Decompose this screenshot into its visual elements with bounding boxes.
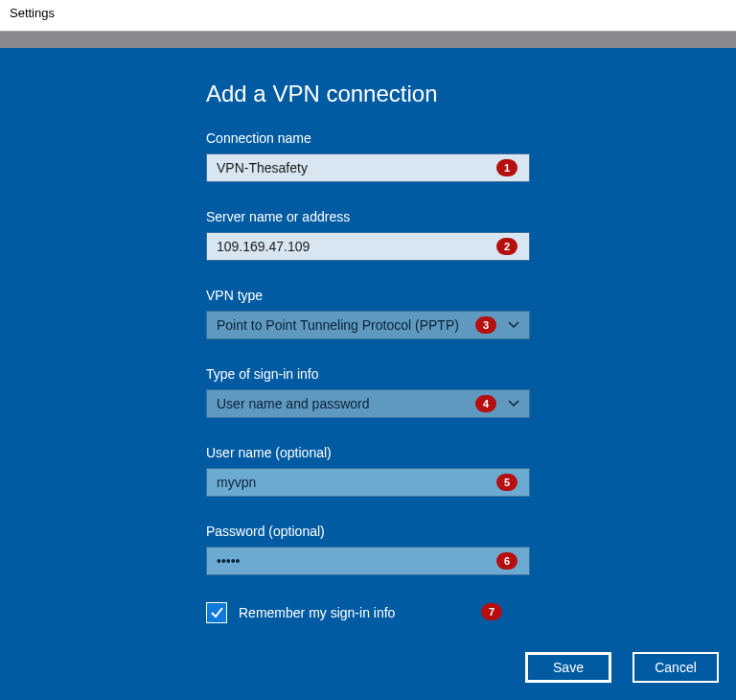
username-input[interactable]: myvpn 5: [206, 468, 530, 497]
password-input[interactable]: ••••• 6: [206, 547, 530, 575]
username-label: User name (optional): [206, 445, 530, 460]
save-button[interactable]: Save: [525, 652, 611, 683]
connection-name-label: Connection name: [206, 130, 530, 146]
signin-type-label: Type of sign-in info: [206, 366, 530, 382]
server-name-label: Server name or address: [206, 209, 530, 224]
chevron-down-icon: [508, 398, 519, 409]
server-name-field: Server name or address 109.169.47.109 2: [206, 209, 530, 261]
check-icon: [209, 605, 224, 620]
window-title: Settings: [0, 0, 736, 31]
callout-badge-7: 7: [481, 603, 502, 620]
remember-signin-row: Remember my sign-in info 7: [206, 602, 530, 623]
window-title-text: Settings: [10, 6, 55, 20]
username-value: myvpn: [217, 475, 256, 490]
server-name-value: 109.169.47.109: [217, 239, 310, 254]
cancel-button[interactable]: Cancel: [632, 652, 719, 683]
callout-badge-4: 4: [475, 395, 496, 412]
vpn-type-field: VPN type Point to Point Tunneling Protoc…: [206, 288, 530, 339]
vpn-type-select[interactable]: Point to Point Tunneling Protocol (PPTP)…: [206, 311, 530, 339]
remember-signin-checkbox[interactable]: [206, 602, 227, 623]
callout-badge-5: 5: [496, 474, 518, 491]
header-separator: [0, 31, 736, 48]
password-field: Password (optional) ••••• 6: [206, 524, 530, 575]
signin-type-select[interactable]: User name and password 4: [206, 389, 530, 418]
username-field: User name (optional) myvpn 5: [206, 445, 530, 497]
connection-name-input[interactable]: VPN-Thesafety 1: [206, 153, 530, 182]
callout-badge-3: 3: [475, 316, 496, 334]
server-name-input[interactable]: 109.169.47.109 2: [206, 232, 530, 261]
callout-badge-6: 6: [496, 552, 518, 570]
vpn-type-label: VPN type: [206, 288, 530, 303]
password-label: Password (optional): [206, 524, 530, 539]
vpn-type-value: Point to Point Tunneling Protocol (PPTP): [217, 317, 459, 333]
vpn-form-panel: Add a VPN connection Connection name VPN…: [0, 48, 736, 700]
save-button-label: Save: [553, 660, 584, 675]
callout-badge-2: 2: [496, 238, 518, 255]
password-value: •••••: [217, 553, 241, 569]
signin-type-value: User name and password: [217, 396, 370, 411]
connection-name-field: Connection name VPN-Thesafety 1: [206, 130, 530, 182]
remember-signin-label: Remember my sign-in info: [239, 605, 395, 620]
chevron-down-icon: [508, 319, 519, 331]
cancel-button-label: Cancel: [655, 660, 697, 675]
connection-name-value: VPN-Thesafety: [217, 160, 308, 175]
dialog-actions: Save Cancel: [525, 652, 719, 683]
signin-type-field: Type of sign-in info User name and passw…: [206, 366, 530, 418]
callout-badge-1: 1: [496, 159, 518, 176]
page-title: Add a VPN connection: [206, 81, 530, 107]
